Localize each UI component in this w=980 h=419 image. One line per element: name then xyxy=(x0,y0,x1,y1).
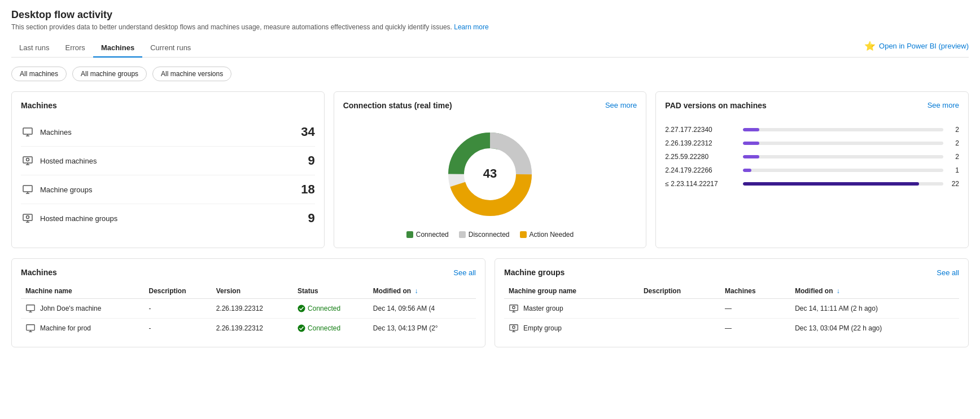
col-description: Description xyxy=(639,284,720,299)
powerbi-icon: ⭐ xyxy=(864,41,876,51)
filter-bar: All machines All machine groups All mach… xyxy=(11,67,969,81)
open-powerbi-button[interactable]: ⭐ Open in Power BI (preview) xyxy=(864,41,969,56)
table-row: Master group — Dec 14, 11:11 AM (2 h ago… xyxy=(504,299,959,319)
table-header-row: Machine name Description Version Status … xyxy=(21,284,476,299)
machines-cell: — xyxy=(720,299,790,319)
hosted-machines-label: Hosted machines xyxy=(40,157,308,165)
description-cell: - xyxy=(144,299,211,319)
pad-count: 2 xyxy=(948,126,959,134)
top-cards: Machines Machines 34 xyxy=(11,91,969,248)
table-row: Empty group — Dec 13, 03:04 PM (22 h ago… xyxy=(504,319,959,338)
modified-on-cell: Dec 14, 11:11 AM (2 h ago) xyxy=(790,299,959,319)
svg-rect-3 xyxy=(23,157,32,163)
description-cell xyxy=(639,319,720,338)
list-item: 2.26.139.22312 2 xyxy=(665,139,959,147)
list-item: Machine groups 18 xyxy=(21,175,315,204)
pad-versions-title: PAD versions on machines xyxy=(665,101,766,110)
col-modified-on[interactable]: Modified on ↓ xyxy=(790,284,959,299)
description-cell: - xyxy=(144,319,211,338)
tab-bar: Last runs Errors Machines Current runs ⭐… xyxy=(11,39,969,58)
svg-rect-10 xyxy=(23,214,32,220)
list-item: 2.24.179.22266 1 xyxy=(665,166,959,174)
status-cell: Connected xyxy=(293,319,369,338)
tab-errors[interactable]: Errors xyxy=(57,39,93,58)
description-cell xyxy=(639,299,720,319)
bottom-section: Machines See all Machine name Descriptio… xyxy=(11,258,969,347)
pad-bar-container xyxy=(743,155,943,158)
svg-rect-23 xyxy=(27,325,34,330)
legend-action-needed: Action Needed xyxy=(520,231,574,239)
modified-on-cell: Dec 14, 09:56 AM (4 xyxy=(369,299,476,319)
machine-name-cell: John Doe's machine xyxy=(21,299,144,319)
filter-all-machine-groups[interactable]: All machine groups xyxy=(72,67,147,81)
group-name-cell: Master group xyxy=(504,299,639,319)
pad-bar xyxy=(743,182,919,186)
donut-legend: Connected Disconnected Action Needed xyxy=(343,231,637,239)
connection-see-more-link[interactable]: See more xyxy=(605,101,637,109)
sort-icon: ↓ xyxy=(837,287,840,295)
conn-card-header: Connection status (real time) See more xyxy=(343,101,637,118)
list-item: 2.27.177.22340 2 xyxy=(665,126,959,134)
machines-table-header: Machines See all xyxy=(21,268,476,277)
svg-rect-31 xyxy=(510,325,518,330)
tabs-left: Last runs Errors Machines Current runs xyxy=(11,39,199,57)
list-item: 2.25.59.22280 2 xyxy=(665,153,959,161)
tab-last-runs[interactable]: Last runs xyxy=(11,39,57,58)
filter-all-machine-versions[interactable]: All machine versions xyxy=(152,67,231,81)
modified-on-cell: Dec 13, 04:13 PM (2° xyxy=(369,319,476,338)
pad-bar-container xyxy=(743,182,943,186)
pad-bar-container xyxy=(743,142,943,145)
col-modified-on[interactable]: Modified on ↓ xyxy=(369,284,476,299)
modified-on-cell: Dec 13, 03:04 PM (22 h ago) xyxy=(790,319,959,338)
filter-all-machines[interactable]: All machines xyxy=(11,67,67,81)
col-version: Version xyxy=(212,284,293,299)
svg-rect-19 xyxy=(27,305,34,311)
machine-groups-table-card: Machine groups See all Machine group nam… xyxy=(495,258,969,347)
tab-current-runs[interactable]: Current runs xyxy=(142,39,199,58)
pad-count: 2 xyxy=(948,153,959,161)
machines-summary-card: Machines Machines 34 xyxy=(11,91,325,248)
machines-table-card: Machines See all Machine name Descriptio… xyxy=(11,258,485,347)
hosted-machine-groups-label: Hosted machine groups xyxy=(40,214,308,223)
svg-point-34 xyxy=(513,326,515,329)
machine-groups-count: 18 xyxy=(301,182,314,197)
svg-point-26 xyxy=(298,325,305,332)
check-circle-icon xyxy=(298,305,305,312)
donut-chart: 43 xyxy=(343,124,637,225)
version-cell: 2.26.139.22312 xyxy=(212,299,293,319)
list-item: ≤ 2.23.114.22217 22 xyxy=(665,180,959,188)
machine-groups-icon xyxy=(21,183,34,196)
table-header-row: Machine group name Description Machines … xyxy=(504,284,959,299)
pad-version-label: 2.27.177.22340 xyxy=(665,126,738,134)
svg-rect-0 xyxy=(23,128,32,134)
machines-see-all-link[interactable]: See all xyxy=(453,268,476,277)
connection-status-title: Connection status (real time) xyxy=(343,101,452,110)
machine-groups-table-header: Machine groups See all xyxy=(504,268,959,277)
col-machines: Machines xyxy=(720,284,790,299)
status-cell: Connected xyxy=(293,299,369,319)
machine-label: Machines xyxy=(40,128,301,136)
machine-groups-see-all-link[interactable]: See all xyxy=(937,268,959,277)
svg-rect-7 xyxy=(23,186,32,192)
machines-summary-title: Machines xyxy=(21,101,315,110)
machines-cell: — xyxy=(720,319,790,338)
machines-table-title: Machines xyxy=(21,268,57,277)
page-subtitle: This section provides data to better und… xyxy=(11,23,969,31)
list-item: Hosted machines 9 xyxy=(21,147,315,175)
pad-count: 1 xyxy=(948,166,959,174)
pad-versions-card: PAD versions on machines See more 2.27.1… xyxy=(655,91,969,248)
pad-bar xyxy=(743,142,759,145)
tab-machines[interactable]: Machines xyxy=(93,39,142,58)
pad-see-more-link[interactable]: See more xyxy=(928,101,959,109)
hosted-machines-count: 9 xyxy=(308,153,314,168)
svg-rect-27 xyxy=(510,305,518,311)
pad-count: 22 xyxy=(948,180,959,188)
svg-point-13 xyxy=(27,216,29,219)
col-status: Status xyxy=(293,284,369,299)
col-machine-name: Machine name xyxy=(21,284,144,299)
learn-more-link[interactable]: Learn more xyxy=(454,23,488,31)
machines-table: Machine name Description Version Status … xyxy=(21,284,476,338)
machine-icon xyxy=(21,125,34,139)
sort-icon: ↓ xyxy=(414,287,418,295)
machine-count: 34 xyxy=(301,125,314,139)
